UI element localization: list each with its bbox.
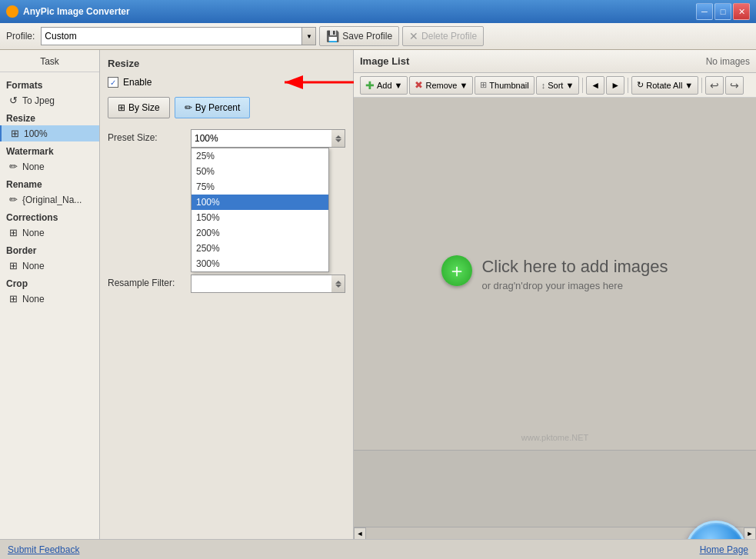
image-list-header: Image List No images bbox=[354, 50, 756, 73]
rotate-all-button[interactable]: ↻ Rotate All ▼ bbox=[631, 76, 698, 95]
dropdown-option-250[interactable]: 250% bbox=[191, 241, 328, 256]
nav-left-button[interactable]: ◄ bbox=[586, 76, 604, 95]
arrow-up-icon bbox=[335, 135, 341, 138]
maximize-button[interactable]: □ bbox=[714, 3, 731, 20]
scroll-track[interactable] bbox=[366, 527, 744, 540]
main-area: Task Formats ↺ To Jpeg Resize ⊞ 100% Wat… bbox=[0, 50, 756, 539]
preset-size-input[interactable] bbox=[191, 129, 345, 148]
watermark-icon: ✏ bbox=[9, 161, 18, 172]
resample-filter-label: Resample Filter: bbox=[108, 275, 185, 288]
enable-checkbox[interactable]: ✓ bbox=[108, 77, 118, 88]
dropdown-option-75[interactable]: 75% bbox=[191, 179, 328, 195]
sidebar-group-formats: Formats bbox=[0, 75, 99, 92]
dropdown-option-150[interactable]: 150% bbox=[191, 210, 328, 225]
rotate-icon: ↻ bbox=[637, 80, 644, 90]
sidebar-item-border[interactable]: ⊞ None bbox=[0, 258, 99, 274]
toolbar-separator-1 bbox=[582, 78, 583, 93]
sidebar-border-label: None bbox=[22, 261, 45, 271]
dropdown-scroll-area[interactable]: 25% 50% 75% 100% 150% 200% 250% 300% bbox=[191, 148, 328, 271]
home-page-link[interactable]: Home Page bbox=[700, 544, 748, 555]
sidebar-item-to-jpeg[interactable]: ↺ To Jpeg bbox=[0, 92, 99, 108]
resize-icon-small: ⊞ bbox=[118, 102, 125, 113]
sidebar-item-resize[interactable]: ⊞ 100% bbox=[0, 125, 99, 141]
remove-icon: ✖ bbox=[415, 79, 423, 91]
image-list-panel: Image List No images ✚ Add ▼ ✖ Remove ▼ … bbox=[354, 50, 756, 539]
resample-filter-row: Resample Filter: bbox=[108, 275, 345, 293]
title-bar-controls: ─ □ ✕ bbox=[696, 3, 750, 20]
sidebar-item-corrections[interactable]: ⊞ None bbox=[0, 225, 99, 241]
dropdown-option-50[interactable]: 50% bbox=[191, 164, 328, 179]
enable-row: ✓ Enable bbox=[108, 77, 345, 88]
title-bar-left: AnyPic Image Converter bbox=[6, 5, 130, 18]
resample-filter-dropdown-btn[interactable] bbox=[331, 275, 345, 293]
nav-right-button[interactable]: ► bbox=[606, 76, 624, 95]
add-icon: ✚ bbox=[365, 79, 375, 92]
sidebar-corrections-label: None bbox=[22, 228, 45, 238]
rotate-dropdown-arrow: ▼ bbox=[684, 81, 693, 90]
close-button[interactable]: ✕ bbox=[733, 3, 750, 20]
no-images-label: No images bbox=[706, 56, 750, 67]
dropdown-option-25[interactable]: 25% bbox=[191, 148, 328, 164]
delete-icon: ✕ bbox=[409, 30, 418, 42]
sidebar-item-watermark[interactable]: ✏ None bbox=[0, 158, 99, 175]
sidebar-item-rename[interactable]: ✏ {Original_Na... bbox=[0, 191, 99, 208]
corrections-icon: ⊞ bbox=[9, 227, 18, 238]
save-profile-button[interactable]: 💾 Save Profile bbox=[319, 26, 399, 46]
sidebar-to-jpeg-label: To Jpeg bbox=[22, 95, 55, 106]
image-toolbar: ✚ Add ▼ ✖ Remove ▼ ⊞ Thumbnail ↕ Sort ▼ bbox=[354, 73, 756, 98]
crop-icon: ⊞ bbox=[9, 293, 18, 304]
percent-icon: ✏ bbox=[185, 102, 192, 113]
add-images-text-group: Click here to add images or drag'n'drop … bbox=[481, 257, 668, 291]
scroll-right-button[interactable]: ► bbox=[744, 527, 756, 540]
resample-filter-input[interactable] bbox=[191, 275, 345, 293]
submit-feedback-link[interactable]: Submit Feedback bbox=[8, 544, 79, 555]
delete-profile-label: Delete Profile bbox=[421, 31, 477, 42]
profile-label: Profile: bbox=[6, 31, 35, 42]
content-area: Resize ✓ Enable ⊞ By Size ✏ By Percent P… bbox=[100, 50, 756, 539]
toolbar: Profile: Custom ▼ 💾 Save Profile ✕ Delet… bbox=[0, 23, 756, 50]
add-button[interactable]: ✚ Add ▼ bbox=[360, 76, 408, 95]
rename-icon: ✏ bbox=[9, 194, 18, 205]
sidebar-resize-label: 100% bbox=[24, 128, 48, 139]
watermark-text: www.pktome.NET bbox=[521, 433, 588, 442]
remove-button[interactable]: ✖ Remove ▼ bbox=[409, 76, 473, 95]
status-bar: Submit Feedback Home Page bbox=[0, 539, 756, 559]
sidebar-group-crop: Crop bbox=[0, 274, 99, 291]
dropdown-option-300[interactable]: 300% bbox=[191, 256, 328, 271]
dropdown-option-100[interactable]: 100% bbox=[191, 195, 328, 210]
save-icon: 💾 bbox=[326, 30, 339, 42]
rotate-all-label: Rotate All bbox=[646, 81, 682, 90]
delete-profile-button[interactable]: ✕ Delete Profile bbox=[402, 26, 484, 46]
add-images-circle-button[interactable]: ＋ bbox=[441, 255, 472, 286]
profile-select-wrapper: Custom ▼ bbox=[41, 27, 316, 45]
profile-select[interactable]: Custom bbox=[41, 27, 302, 45]
undo-button[interactable]: ↩ bbox=[705, 76, 724, 95]
app-icon bbox=[6, 5, 18, 18]
by-percent-label: By Percent bbox=[195, 102, 241, 113]
sidebar-group-corrections: Corrections bbox=[0, 208, 99, 225]
add-label: Add bbox=[377, 81, 392, 90]
dropdown-option-200[interactable]: 200% bbox=[191, 225, 328, 241]
sort-icon: ↕ bbox=[541, 81, 546, 90]
preset-size-dropdown-btn[interactable] bbox=[331, 129, 345, 148]
add-images-row: ＋ Click here to add images or drag'n'dro… bbox=[441, 255, 668, 292]
scroll-left-button[interactable]: ◄ bbox=[354, 527, 366, 540]
by-percent-button[interactable]: ✏ By Percent bbox=[175, 97, 251, 118]
profile-dropdown-button[interactable]: ▼ bbox=[302, 27, 316, 45]
save-profile-label: Save Profile bbox=[342, 31, 392, 42]
sidebar-item-crop[interactable]: ⊞ None bbox=[0, 291, 99, 307]
sidebar-task-header: Task bbox=[0, 53, 99, 72]
drop-zone-content: ＋ Click here to add images or drag'n'dro… bbox=[354, 98, 756, 450]
profile-value: Custom bbox=[45, 31, 76, 42]
border-icon: ⊞ bbox=[9, 260, 18, 271]
sort-button[interactable]: ↕ Sort ▼ bbox=[536, 76, 580, 95]
thumbnail-label: Thumbnail bbox=[489, 81, 528, 90]
arrow-up-icon2 bbox=[335, 281, 341, 284]
by-size-button[interactable]: ⊞ By Size bbox=[108, 97, 170, 118]
preset-size-dropdown: 25% 50% 75% 100% 150% 200% 250% 300% bbox=[191, 148, 329, 272]
preset-size-row: Preset Size: 25% 50% 75% 100% bbox=[108, 129, 345, 148]
redo-button[interactable]: ↪ bbox=[725, 76, 744, 95]
minimize-button[interactable]: ─ bbox=[696, 3, 713, 20]
drop-zone[interactable]: ＋ Click here to add images or drag'n'dro… bbox=[354, 98, 756, 450]
thumbnail-button[interactable]: ⊞ Thumbnail bbox=[475, 76, 534, 95]
